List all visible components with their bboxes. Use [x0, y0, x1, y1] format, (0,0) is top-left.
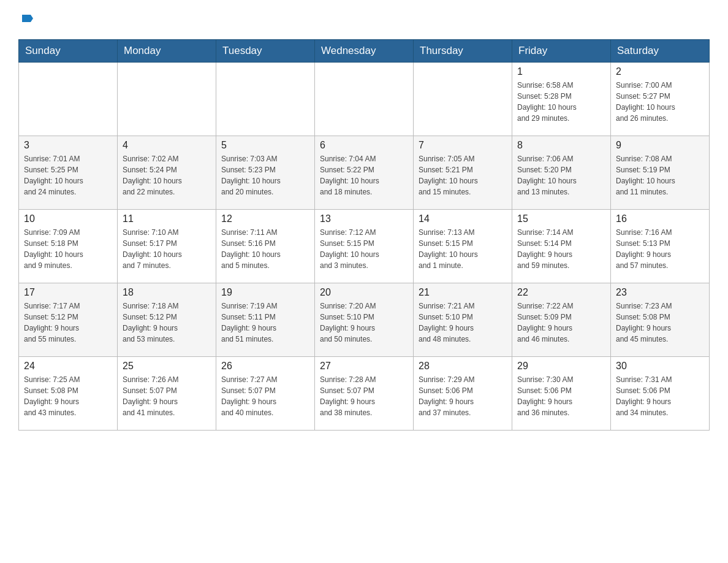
day-info: Sunrise: 7:28 AM Sunset: 5:07 PM Dayligh…	[320, 374, 408, 418]
weekday-header-sunday: Sunday	[19, 40, 118, 63]
day-number: 12	[221, 213, 309, 224]
calendar-cell: 23Sunrise: 7:23 AM Sunset: 5:08 PM Dayli…	[611, 283, 710, 357]
day-info: Sunrise: 7:30 AM Sunset: 5:06 PM Dayligh…	[517, 374, 605, 418]
calendar-cell: 11Sunrise: 7:10 AM Sunset: 5:17 PM Dayli…	[118, 210, 216, 283]
day-info: Sunrise: 7:19 AM Sunset: 5:11 PM Dayligh…	[221, 301, 309, 345]
day-number: 18	[123, 287, 211, 298]
day-number: 16	[616, 213, 704, 224]
weekday-header-tuesday: Tuesday	[216, 40, 315, 63]
day-info: Sunrise: 7:09 AM Sunset: 5:18 PM Dayligh…	[24, 227, 112, 271]
day-info: Sunrise: 6:58 AM Sunset: 5:28 PM Dayligh…	[517, 80, 605, 124]
week-row-2: 3Sunrise: 7:01 AM Sunset: 5:25 PM Daylig…	[19, 136, 710, 210]
day-info: Sunrise: 7:10 AM Sunset: 5:17 PM Dayligh…	[123, 227, 211, 271]
weekday-header-row: SundayMondayTuesdayWednesdayThursdayFrid…	[19, 40, 710, 63]
calendar-cell: 19Sunrise: 7:19 AM Sunset: 5:11 PM Dayli…	[216, 283, 315, 357]
calendar-cell: 17Sunrise: 7:17 AM Sunset: 5:12 PM Dayli…	[19, 283, 118, 357]
day-number: 2	[616, 66, 704, 77]
day-info: Sunrise: 7:03 AM Sunset: 5:23 PM Dayligh…	[221, 153, 309, 197]
calendar-cell: 15Sunrise: 7:14 AM Sunset: 5:14 PM Dayli…	[512, 210, 611, 283]
calendar-cell	[414, 63, 512, 136]
day-info: Sunrise: 7:17 AM Sunset: 5:12 PM Dayligh…	[24, 301, 112, 345]
weekday-header-thursday: Thursday	[414, 40, 512, 63]
day-number: 22	[517, 287, 605, 298]
day-info: Sunrise: 7:31 AM Sunset: 5:06 PM Dayligh…	[616, 374, 704, 418]
day-info: Sunrise: 7:25 AM Sunset: 5:08 PM Dayligh…	[24, 374, 112, 418]
day-number: 9	[616, 140, 704, 151]
calendar-cell: 28Sunrise: 7:29 AM Sunset: 5:06 PM Dayli…	[414, 357, 512, 431]
calendar-cell: 18Sunrise: 7:18 AM Sunset: 5:12 PM Dayli…	[118, 283, 216, 357]
day-number: 19	[221, 287, 309, 298]
day-number: 21	[419, 287, 507, 298]
day-info: Sunrise: 7:20 AM Sunset: 5:10 PM Dayligh…	[320, 301, 408, 345]
day-number: 6	[320, 140, 408, 151]
day-info: Sunrise: 7:18 AM Sunset: 5:12 PM Dayligh…	[123, 301, 211, 345]
calendar-cell: 29Sunrise: 7:30 AM Sunset: 5:06 PM Dayli…	[512, 357, 611, 431]
day-number: 27	[320, 361, 408, 372]
logo-general	[18, 12, 33, 27]
calendar-cell	[315, 63, 414, 136]
calendar-cell: 30Sunrise: 7:31 AM Sunset: 5:06 PM Dayli…	[611, 357, 710, 431]
day-number: 28	[419, 361, 507, 372]
svg-marker-1	[31, 15, 33, 22]
day-number: 3	[24, 140, 112, 151]
day-number: 17	[24, 287, 112, 298]
week-row-5: 24Sunrise: 7:25 AM Sunset: 5:08 PM Dayli…	[19, 357, 710, 431]
calendar-cell: 3Sunrise: 7:01 AM Sunset: 5:25 PM Daylig…	[19, 136, 118, 210]
calendar-cell: 7Sunrise: 7:05 AM Sunset: 5:21 PM Daylig…	[414, 136, 512, 210]
day-number: 20	[320, 287, 408, 298]
weekday-header-monday: Monday	[118, 40, 216, 63]
day-number: 24	[24, 361, 112, 372]
calendar-cell: 2Sunrise: 7:00 AM Sunset: 5:27 PM Daylig…	[611, 63, 710, 136]
weekday-header-wednesday: Wednesday	[315, 40, 414, 63]
day-number: 30	[616, 361, 704, 372]
calendar-cell: 21Sunrise: 7:21 AM Sunset: 5:10 PM Dayli…	[414, 283, 512, 357]
calendar-cell	[19, 63, 118, 136]
day-number: 11	[123, 213, 211, 224]
page-header	[18, 12, 710, 27]
calendar-cell: 13Sunrise: 7:12 AM Sunset: 5:15 PM Dayli…	[315, 210, 414, 283]
day-info: Sunrise: 7:23 AM Sunset: 5:08 PM Dayligh…	[616, 301, 704, 345]
calendar-cell: 4Sunrise: 7:02 AM Sunset: 5:24 PM Daylig…	[118, 136, 216, 210]
day-number: 23	[616, 287, 704, 298]
calendar-cell: 27Sunrise: 7:28 AM Sunset: 5:07 PM Dayli…	[315, 357, 414, 431]
svg-marker-0	[22, 15, 31, 22]
day-info: Sunrise: 7:05 AM Sunset: 5:21 PM Dayligh…	[419, 153, 507, 197]
day-info: Sunrise: 7:06 AM Sunset: 5:20 PM Dayligh…	[517, 153, 605, 197]
day-number: 15	[517, 213, 605, 224]
day-info: Sunrise: 7:29 AM Sunset: 5:06 PM Dayligh…	[419, 374, 507, 418]
day-number: 4	[123, 140, 211, 151]
calendar-cell: 24Sunrise: 7:25 AM Sunset: 5:08 PM Dayli…	[19, 357, 118, 431]
calendar-cell: 10Sunrise: 7:09 AM Sunset: 5:18 PM Dayli…	[19, 210, 118, 283]
day-info: Sunrise: 7:02 AM Sunset: 5:24 PM Dayligh…	[123, 153, 211, 197]
day-info: Sunrise: 7:22 AM Sunset: 5:09 PM Dayligh…	[517, 301, 605, 345]
day-number: 5	[221, 140, 309, 151]
day-info: Sunrise: 7:13 AM Sunset: 5:15 PM Dayligh…	[419, 227, 507, 271]
day-info: Sunrise: 7:08 AM Sunset: 5:19 PM Dayligh…	[616, 153, 704, 197]
day-info: Sunrise: 7:12 AM Sunset: 5:15 PM Dayligh…	[320, 227, 408, 271]
day-info: Sunrise: 7:16 AM Sunset: 5:13 PM Dayligh…	[616, 227, 704, 271]
day-number: 14	[419, 213, 507, 224]
day-number: 8	[517, 140, 605, 151]
day-info: Sunrise: 7:21 AM Sunset: 5:10 PM Dayligh…	[419, 301, 507, 345]
weekday-header-friday: Friday	[512, 40, 611, 63]
calendar-cell: 9Sunrise: 7:08 AM Sunset: 5:19 PM Daylig…	[611, 136, 710, 210]
day-info: Sunrise: 7:27 AM Sunset: 5:07 PM Dayligh…	[221, 374, 309, 418]
calendar-cell: 14Sunrise: 7:13 AM Sunset: 5:15 PM Dayli…	[414, 210, 512, 283]
day-number: 7	[419, 140, 507, 151]
calendar-cell: 8Sunrise: 7:06 AM Sunset: 5:20 PM Daylig…	[512, 136, 611, 210]
calendar-cell: 5Sunrise: 7:03 AM Sunset: 5:23 PM Daylig…	[216, 136, 315, 210]
calendar-cell: 25Sunrise: 7:26 AM Sunset: 5:07 PM Dayli…	[118, 357, 216, 431]
week-row-1: 1Sunrise: 6:58 AM Sunset: 5:28 PM Daylig…	[19, 63, 710, 136]
day-info: Sunrise: 7:26 AM Sunset: 5:07 PM Dayligh…	[123, 374, 211, 418]
day-number: 25	[123, 361, 211, 372]
day-info: Sunrise: 7:14 AM Sunset: 5:14 PM Dayligh…	[517, 227, 605, 271]
calendar-cell: 6Sunrise: 7:04 AM Sunset: 5:22 PM Daylig…	[315, 136, 414, 210]
day-info: Sunrise: 7:01 AM Sunset: 5:25 PM Dayligh…	[24, 153, 112, 197]
weekday-header-saturday: Saturday	[611, 40, 710, 63]
calendar-cell: 20Sunrise: 7:20 AM Sunset: 5:10 PM Dayli…	[315, 283, 414, 357]
logo	[18, 12, 33, 27]
day-number: 13	[320, 213, 408, 224]
calendar-cell: 16Sunrise: 7:16 AM Sunset: 5:13 PM Dayli…	[611, 210, 710, 283]
calendar-cell: 22Sunrise: 7:22 AM Sunset: 5:09 PM Dayli…	[512, 283, 611, 357]
week-row-4: 17Sunrise: 7:17 AM Sunset: 5:12 PM Dayli…	[19, 283, 710, 357]
